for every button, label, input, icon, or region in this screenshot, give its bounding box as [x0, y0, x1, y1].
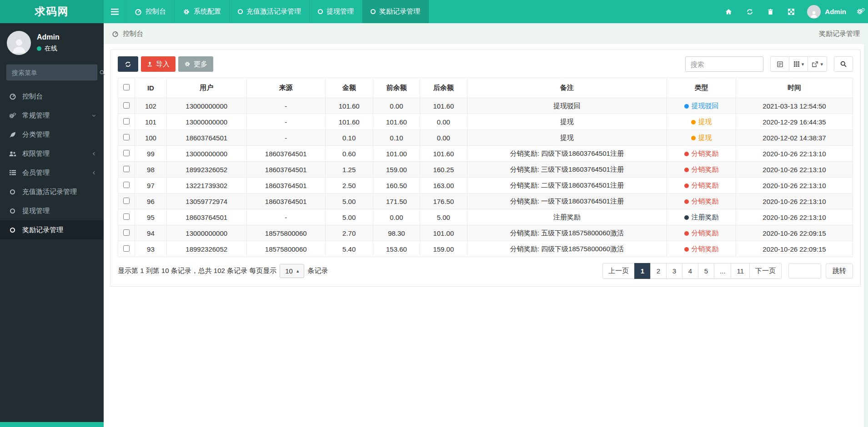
circle-icon [318, 9, 323, 14]
page-button-3[interactable]: 3 [666, 263, 682, 279]
search-submit-button[interactable] [834, 56, 853, 72]
prev-page-button[interactable]: 上一页 [602, 263, 635, 279]
column-header-id[interactable]: ID [135, 78, 166, 98]
cell-amount: 5.00 [325, 209, 373, 225]
topnav-item-dashboard[interactable]: 控制台 [126, 0, 175, 23]
sidebar-item-members[interactable]: 会员管理 [0, 163, 104, 182]
row-checkbox[interactable] [123, 245, 130, 252]
row-checkbox[interactable] [123, 150, 130, 156]
column-header-remark[interactable]: 备注 [467, 78, 667, 98]
column-header-user[interactable]: 用户 [166, 78, 246, 98]
profile-name: Admin [37, 33, 60, 41]
cell-select [118, 162, 135, 178]
clear-cache-button[interactable] [760, 0, 781, 23]
sidebar-search-input[interactable] [7, 69, 99, 76]
sidebar-item-reward-records[interactable]: 奖励记录管理 [0, 220, 104, 239]
cell-before: 0.10 [373, 130, 420, 146]
page-button-4[interactable]: 4 [682, 263, 698, 279]
column-header-type[interactable]: 类型 [667, 78, 736, 98]
ellipsis-page-button[interactable]: ... [714, 263, 732, 279]
row-checkbox[interactable] [123, 182, 130, 188]
cell-type: 提现 [667, 130, 736, 146]
row-checkbox[interactable] [123, 214, 130, 220]
cell-before: 160.50 [373, 178, 420, 194]
column-header-amount[interactable]: 金额 [325, 78, 373, 98]
home-button[interactable] [718, 0, 739, 23]
table-search-input[interactable] [685, 56, 763, 72]
leaf-icon [9, 131, 16, 138]
type-badge: 提现驳回 [692, 102, 719, 109]
type-badge: 分销奖励 [692, 149, 719, 157]
circle-icon [9, 209, 16, 214]
refresh-table-button[interactable] [118, 56, 138, 72]
column-header-time[interactable]: 时间 [736, 78, 853, 98]
sidebar-item-category[interactable]: 分类管理 [0, 125, 104, 144]
scrollbar-track[interactable] [864, 23, 868, 427]
cell-time: 2020-10-26 22:13:10 [736, 194, 853, 209]
topnav-item-reward-records[interactable]: 奖励记录管理 [362, 0, 429, 23]
cell-before: 153.60 [373, 241, 420, 257]
caret-up-icon: ▴ [296, 268, 299, 273]
import-button[interactable]: 导入 [141, 56, 176, 72]
detail-view-button[interactable] [770, 56, 789, 72]
sidebar-profile: Admin 在线 [0, 23, 104, 62]
row-checkbox[interactable] [123, 198, 130, 204]
page-button-1[interactable]: 1 [634, 263, 651, 279]
sidebar-search [6, 65, 97, 80]
cell-id: 97 [135, 178, 166, 194]
cell-source: 18575800060 [246, 241, 325, 257]
topnav-item-withdraw[interactable]: 提现管理 [310, 0, 362, 23]
sidebar-item-general[interactable]: 常规管理 [0, 106, 104, 125]
cell-source: 18603764501 [246, 146, 325, 162]
settings-button[interactable] [852, 0, 868, 23]
columns-dropdown-button[interactable]: ▾ [789, 56, 808, 72]
type-dot-icon [691, 136, 696, 140]
row-checkbox[interactable] [123, 229, 130, 236]
next-page-button[interactable]: 下一页 [749, 263, 782, 279]
row-checkbox[interactable] [123, 102, 130, 109]
cell-select [118, 146, 135, 162]
jump-button[interactable]: 跳转 [826, 263, 853, 278]
page-button-2[interactable]: 2 [650, 263, 667, 279]
row-checkbox[interactable] [123, 134, 130, 140]
sidebar-item-withdraw[interactable]: 提现管理 [0, 201, 104, 220]
cell-id: 96 [135, 194, 166, 209]
row-checkbox[interactable] [123, 166, 130, 172]
user-menu[interactable]: Admin [802, 5, 852, 19]
jump-page-input[interactable] [788, 263, 821, 278]
topnav-item-recharge-records[interactable]: 充值激活记录管理 [230, 0, 310, 23]
type-dot-icon [684, 247, 689, 252]
brand-logo[interactable]: 求码网 [0, 0, 104, 23]
export-dropdown-button[interactable]: ▾ [808, 56, 827, 72]
cell-amount: 0.60 [325, 146, 373, 162]
cell-amount: 101.60 [325, 114, 373, 130]
column-header-before[interactable]: 前余额 [373, 78, 420, 98]
topnav-item-system-config[interactable]: 系统配置 [175, 0, 230, 23]
refresh-button[interactable] [739, 0, 760, 23]
table-toolbar: 导入 更多 [118, 56, 853, 72]
table-row: 9613059772974186037645015.00171.50176.50… [118, 194, 853, 209]
page-size-dropdown[interactable]: 10 ▴ [280, 264, 304, 278]
cell-remark: 分销奖励: 四级下级18603764501注册 [467, 146, 667, 162]
fullscreen-button[interactable] [781, 0, 802, 23]
search-icon[interactable] [99, 70, 110, 76]
sidebar-item-dashboard[interactable]: 控制台 [0, 87, 104, 106]
row-checkbox[interactable] [123, 118, 130, 124]
pagination-pages: 上一页12345...11下一页 [602, 263, 782, 279]
more-button[interactable]: 更多 [178, 56, 213, 72]
page-button-11[interactable]: 11 [731, 263, 750, 279]
sidebar-item-recharge-records[interactable]: 充值激活记录管理 [0, 182, 104, 201]
breadcrumb-item[interactable]: 控制台 [123, 30, 143, 38]
upload-icon [147, 61, 153, 67]
sidebar-item-permissions[interactable]: 权限管理 [0, 144, 104, 163]
sidebar-toggle-button[interactable] [104, 0, 126, 23]
pagination-bar: 显示第 1 到第 10 条记录，总共 102 条记录 每页显示 10 ▴ 条记录… [118, 263, 853, 279]
select-all-checkbox[interactable] [123, 84, 130, 90]
page-button-5[interactable]: 5 [698, 263, 714, 279]
column-header-after[interactable]: 后余额 [420, 78, 467, 98]
column-header-source[interactable]: 来源 [246, 78, 325, 98]
user-name-label: Admin [825, 8, 846, 15]
cell-type: 分销奖励 [667, 225, 736, 241]
type-badge: 提现 [698, 134, 712, 141]
type-badge: 分销奖励 [692, 165, 719, 173]
